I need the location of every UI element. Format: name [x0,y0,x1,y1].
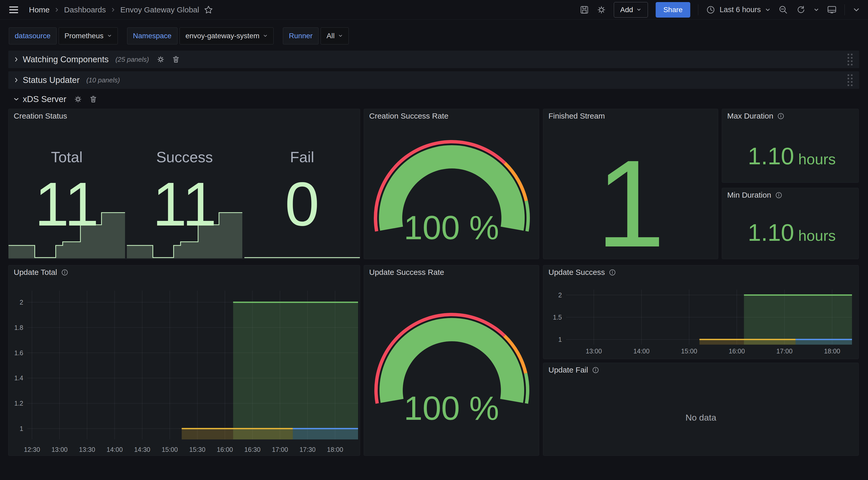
panel-max-duration: Max Duration 1.10hours [722,109,859,183]
svg-text:18:00: 18:00 [824,348,840,355]
panel-title[interactable]: Max Duration [727,112,773,120]
stat-success: Success 11 [127,109,242,259]
panel-update-success-rate: Update Success Rate 100 % [364,265,539,456]
svg-text:2: 2 [558,292,562,299]
chevron-down-icon [765,7,771,13]
add-button[interactable]: Add [614,2,648,18]
svg-text:2: 2 [20,299,23,306]
refresh-icon[interactable] [796,5,806,15]
chevron-right-icon [13,77,19,83]
breadcrumb-current: Envoy Gateway Global [120,5,199,14]
svg-text:14:30: 14:30 [134,446,150,453]
menu-icon[interactable] [9,6,18,13]
breadcrumb-dashboards[interactable]: Dashboards [64,5,106,14]
dashboard-grid: Creation Status Total 11 Success 11 Fail… [8,109,859,471]
svg-text:1.8: 1.8 [14,324,23,331]
no-data-message: No data [543,413,859,423]
panel-finished-stream: Finished Stream 1 [543,109,718,259]
clock-icon [706,5,715,14]
stat-label: Success [127,148,242,166]
info-icon[interactable] [609,269,616,276]
chevron-down-icon [636,7,642,12]
panel-title[interactable]: Update Total [14,268,57,277]
row-xds-server[interactable]: xDS Server [8,91,859,108]
breadcrumb-home[interactable]: Home [29,5,50,14]
trash-icon[interactable] [90,95,97,103]
breadcrumb: Home Dashboards Envoy Gateway Global [29,5,213,14]
panel-update-fail: Update Fail No data [543,363,859,456]
svg-text:1.5: 1.5 [553,313,562,321]
svg-text:1: 1 [20,425,23,432]
row-drag-handle[interactable] [847,74,852,86]
panel-title[interactable]: Finished Stream [549,112,605,120]
info-icon[interactable] [592,367,599,373]
svg-text:13:30: 13:30 [79,446,95,453]
time-range-picker[interactable]: Last 6 hours [706,5,771,14]
svg-text:14:00: 14:00 [633,348,650,355]
stat-label: Fail [244,148,360,166]
row-panel-count: (25 panels) [116,56,149,64]
sparkline [8,212,125,258]
svg-text:15:00: 15:00 [162,446,178,453]
gear-icon[interactable] [597,5,606,14]
collapse-chevron-icon[interactable] [852,6,860,14]
svg-text:17:00: 17:00 [776,348,793,355]
row-watching-components[interactable]: Watching Components (25 panels) [8,51,859,68]
chevron-down-icon[interactable] [813,7,819,13]
trash-icon[interactable] [172,56,180,63]
row-status-updater[interactable]: Status Updater (10 panels) [8,71,859,89]
panel-creation-success-rate: Creation Success Rate 100 % [364,109,539,259]
panel-title[interactable]: Min Duration [727,191,771,200]
gauge-chart [364,277,539,456]
stat-label: Total [8,148,125,166]
svg-text:16:30: 16:30 [244,446,261,453]
gauge-value: 100 % [364,391,539,425]
row-title[interactable]: Status Updater [23,75,80,85]
svg-text:12:30: 12:30 [24,446,40,453]
dashboard-variables: datasource Prometheus Namespace envoy-ga… [9,27,349,44]
panel-title[interactable]: Update Success Rate [369,268,444,277]
stat-value: 1.10hours [748,143,836,170]
panel-title[interactable]: Update Fail [549,365,588,374]
variable-label: datasource [9,27,57,44]
variable-value-dropdown[interactable]: Prometheus [59,27,118,44]
svg-text:15:30: 15:30 [189,446,206,453]
variable-value-dropdown[interactable]: All [320,27,349,44]
sparkline [244,212,360,258]
panel-title[interactable]: Creation Status [14,112,67,120]
svg-text:16:00: 16:00 [217,446,233,453]
info-icon[interactable] [777,113,784,120]
info-icon[interactable] [775,192,782,199]
save-icon[interactable] [580,5,589,14]
divider [844,4,845,15]
top-nav-bar: Home Dashboards Envoy Gateway Global Add… [0,0,868,20]
sparkline [127,212,242,258]
row-drag-handle[interactable] [847,54,852,65]
chevron-right-icon [13,57,19,62]
gear-icon[interactable] [74,95,82,103]
row-title[interactable]: xDS Server [23,94,66,104]
stat-value: 1 [543,142,718,259]
svg-text:13:00: 13:00 [586,348,602,355]
time-series-chart: 12:3013:0013:3014:0014:3015:0015:3016:00… [8,265,360,456]
chevron-down-icon [107,34,112,38]
variable-value-dropdown[interactable]: envoy-gateway-system [180,27,274,44]
chevron-down-icon [13,96,19,102]
variable-namespace: Namespace envoy-gateway-system [127,27,274,44]
panel-title[interactable]: Update Success [549,268,605,277]
variable-label: Runner [283,27,318,44]
kiosk-monitor-icon[interactable] [827,5,837,15]
svg-text:1.2: 1.2 [14,400,23,407]
share-button[interactable]: Share [656,2,690,18]
chevron-right-icon [111,7,116,13]
svg-text:17:00: 17:00 [272,446,288,453]
zoom-out-icon[interactable] [778,5,788,15]
panel-creation-status: Creation Status Total 11 Success 11 Fail… [8,109,360,259]
info-icon[interactable] [61,269,68,276]
gear-icon[interactable] [157,56,164,63]
star-icon[interactable] [204,5,213,14]
stat-value: 1.10hours [748,219,836,246]
topbar-actions: Add Share Last 6 hours [580,2,860,18]
row-title[interactable]: Watching Components [23,55,109,64]
panel-title[interactable]: Creation Success Rate [369,112,448,120]
